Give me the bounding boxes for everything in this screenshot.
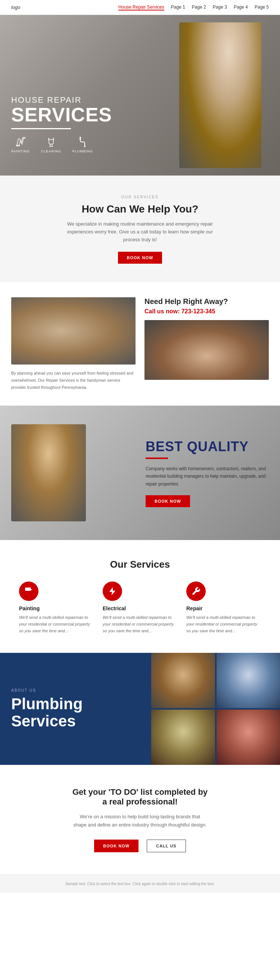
electrical-icon: [108, 586, 117, 596]
cleaning-label: CLEANING: [41, 150, 61, 153]
svg-rect-0: [16, 145, 20, 146]
best-quality-section: BEST QUALITY Company works with homeowne…: [0, 406, 280, 540]
help-left: By planning ahead you can save yourself …: [11, 297, 135, 391]
service-icon-electrical: [103, 582, 122, 601]
svg-point-2: [80, 137, 81, 138]
services-grid: Painting We'll send a multi-skilled repa…: [11, 582, 269, 634]
service-title-repair: Repair: [186, 605, 261, 611]
paint-roller-icon: [24, 586, 33, 596]
service-desc-electrical: We'll send a multi-skilled repairman to …: [103, 614, 177, 634]
cta-call-button[interactable]: CALL US: [147, 840, 186, 852]
help-heading: Need Help Right Away?: [145, 297, 269, 306]
services-intro-description: We specialize in making routine maintena…: [62, 220, 218, 243]
cta-section: Get your 'TO DO' list completed by a rea…: [0, 765, 280, 875]
our-services-section: Our Services Painting We'll send a multi…: [0, 540, 280, 653]
nav-link-page5[interactable]: Page 5: [255, 5, 269, 10]
cta-heading: Get your 'TO DO' list completed by a rea…: [69, 787, 211, 807]
hero-icon-painting: PAINTING: [11, 136, 30, 153]
help-phone[interactable]: Call us now: 723-123-345: [145, 308, 269, 315]
bq-content: BEST QUALITY Company works with homeowne…: [146, 439, 269, 507]
wrench-icon: [191, 586, 201, 596]
navbar: logo House Repair Services Page 1 Page 2…: [0, 0, 280, 15]
services-intro-heading: How Can We Help You?: [11, 203, 269, 215]
cleaning-icon: [45, 136, 57, 148]
bq-heading: BEST QUALITY: [146, 439, 269, 455]
plumbing-img-4: [216, 710, 280, 765]
nav-links: House Repair Services Page 1 Page 2 Page…: [118, 5, 269, 10]
nav-link-page4[interactable]: Page 4: [234, 5, 248, 10]
help-worker-image: [11, 297, 135, 364]
help-right: Need Help Right Away? Call us now: 723-1…: [145, 297, 269, 391]
help-worker-image-2: [145, 320, 269, 380]
hero-icon-cleaning: CLEANING: [41, 136, 61, 153]
nav-link-page2[interactable]: Page 2: [192, 5, 206, 10]
svg-point-3: [84, 146, 86, 147]
plumbing-label: ABOUT US: [11, 688, 140, 692]
book-now-button-2[interactable]: BOOK NOW: [146, 495, 190, 507]
nav-link-house[interactable]: House Repair Services: [118, 5, 164, 10]
bq-divider: [146, 458, 168, 459]
service-icon-painting: [19, 582, 38, 601]
cta-book-button[interactable]: BOOK NOW: [94, 840, 138, 852]
hero-worker-image: [179, 22, 261, 168]
nav-link-page1[interactable]: Page 1: [171, 5, 185, 10]
plumbing-images-grid: [151, 653, 280, 765]
hero-section: HOUSE REPAIR SERVICES PAINTING CLEANING: [0, 15, 280, 175]
service-desc-painting: We'll send a multi-skilled repairman to …: [19, 614, 94, 634]
cta-buttons: BOOK NOW CALL US: [11, 840, 269, 852]
service-desc-repair: We'll send a multi-skilled repairman to …: [186, 614, 261, 634]
plumbing-img-3: [151, 710, 215, 765]
hero-title: SERVICES: [11, 105, 112, 124]
painting-icon: [14, 136, 27, 148]
service-card-electrical: Electrical We'll send a multi-skilled re…: [103, 582, 177, 634]
nav-link-page3[interactable]: Page 3: [213, 5, 227, 10]
hero-icons: PAINTING CLEANING PLUMBING: [11, 136, 112, 153]
plumbing-label: PLUMBING: [72, 150, 93, 153]
plumbing-img-1: [151, 653, 215, 708]
plumbing-section: ABOUT US Plumbing Services: [0, 653, 280, 765]
plumbing-left: ABOUT US Plumbing Services: [0, 653, 151, 765]
plumbing-heading-line1: Plumbing: [11, 695, 83, 713]
help-section: By planning ahead you can save yourself …: [0, 282, 280, 406]
service-title-painting: Painting: [19, 605, 94, 611]
our-services-heading: Our Services: [11, 559, 269, 570]
cta-description: We're on a mission to help build long-la…: [73, 813, 207, 829]
plumbing-icon: [76, 136, 89, 148]
hero-icon-plumbing: PLUMBING: [72, 136, 93, 153]
service-card-painting: Painting We'll send a multi-skilled repa…: [19, 582, 94, 634]
footer: Sample text. Click to select the text bo…: [0, 875, 280, 893]
painting-label: PAINTING: [11, 150, 30, 153]
book-now-button-1[interactable]: BOOK NOW: [118, 252, 162, 264]
service-icon-repair: [186, 582, 206, 601]
plumbing-heading: Plumbing Services: [11, 695, 140, 730]
plumbing-heading-line2: Services: [11, 712, 76, 730]
footer-text: Sample text. Click to select the text bo…: [11, 881, 269, 887]
hero-divider: [11, 128, 71, 129]
logo: logo: [11, 5, 21, 10]
service-card-repair: Repair We'll send a multi-skilled repair…: [186, 582, 261, 634]
help-description: By planning ahead you can save yourself …: [11, 370, 135, 391]
plumbing-img-2: [216, 653, 280, 708]
bq-worker-image: [11, 424, 134, 521]
hero-content: HOUSE REPAIR SERVICES PAINTING CLEANING: [11, 95, 112, 153]
bq-description: Company works with homeowners, contracto…: [146, 465, 269, 488]
services-intro-label: OUR SERVICES: [62, 194, 218, 200]
service-title-electrical: Electrical: [103, 605, 177, 611]
services-intro-section: OUR SERVICES How Can We Help You? We spe…: [0, 175, 280, 282]
